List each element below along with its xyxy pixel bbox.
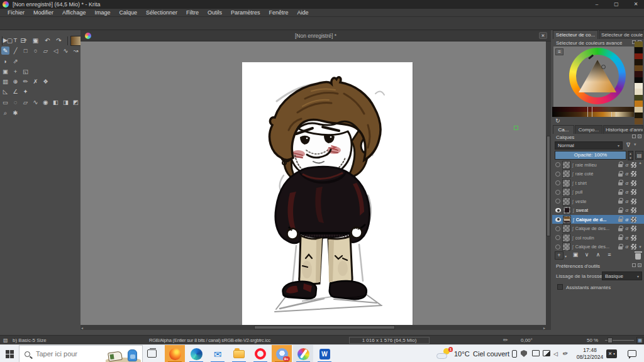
add-layer-caret[interactable]: ▾: [565, 254, 567, 258]
brush-preset-name[interactable]: b) Basic-5 Size: [13, 337, 47, 343]
brush-preset-icon[interactable]: ▧: [3, 337, 8, 343]
multibrush-tool[interactable]: ⇗: [11, 57, 19, 65]
tool-options-window-icons[interactable]: ✕: [632, 263, 641, 267]
pen-ink-icon[interactable]: ✏: [562, 349, 569, 358]
layer-thumbnail[interactable]: [562, 179, 570, 187]
shade-gradient-strip-1[interactable]: [552, 107, 634, 112]
layer-blend-mode-dropdown[interactable]: Normal ▾: [555, 141, 623, 150]
taskbar-clock[interactable]: 17:48 08/12/2024: [576, 347, 604, 361]
alpha-lock-icon[interactable]: α: [625, 162, 628, 168]
layer-visible-icon[interactable]: [555, 217, 561, 222]
pattern-edit-tool[interactable]: ✏: [21, 77, 30, 85]
weather-icon[interactable]: 1: [436, 348, 452, 359]
line-tool[interactable]: ╱: [11, 47, 19, 55]
layer-hidden-icon[interactable]: [555, 180, 560, 185]
weather-temperature[interactable]: 10°C: [454, 345, 470, 362]
canvas-page[interactable]: [242, 62, 413, 330]
maximize-button[interactable]: ▢: [608, 0, 625, 9]
dynamic-brush-tool[interactable]: ◗: [1, 57, 9, 65]
menu-fichier[interactable]: Fichier: [4, 9, 28, 17]
input-indicator-icon[interactable]: ✕ •: [606, 349, 617, 358]
lock-icon[interactable]: [618, 210, 623, 213]
measure-tool[interactable]: ∠: [11, 87, 19, 96]
taskbar-mail[interactable]: ✉: [208, 345, 228, 362]
layer-hidden-icon[interactable]: [555, 226, 560, 231]
polygon-tool[interactable]: ▱: [42, 47, 50, 55]
assistants-tool[interactable]: ◺: [1, 87, 9, 96]
select-shapes-tool[interactable]: ▶: [1, 36, 9, 44]
horizontal-scroll-thumb[interactable]: [254, 326, 395, 329]
alpha-lock-icon[interactable]: α: [625, 199, 628, 204]
layer-options-button[interactable]: ▤: [635, 151, 643, 160]
minimize-button[interactable]: –: [589, 0, 605, 9]
layer-row-raie-cote[interactable]: ʃ raie coté α: [552, 170, 644, 178]
add-layer-button[interactable]: +: [555, 251, 564, 260]
layer-opacity-spinner[interactable]: ▴▾: [628, 151, 633, 160]
taskbar-firefox[interactable]: [165, 345, 185, 362]
inherit-alpha-icon[interactable]: [631, 171, 636, 177]
lock-icon[interactable]: [618, 246, 623, 250]
layer-row-calque-de-dessin-3[interactable]: ʃ Calque de des... α: [552, 243, 644, 251]
path-select-tool[interactable]: ◨: [62, 98, 70, 106]
freehand-path-tool[interactable]: ↝: [72, 47, 80, 55]
layer-hidden-icon[interactable]: [555, 235, 560, 240]
edit-shapes-tool[interactable]: ⌖: [21, 36, 30, 44]
move-layer-up-button[interactable]: ∧: [594, 251, 602, 260]
lock-icon[interactable]: [618, 200, 623, 204]
colorize-mask-tool[interactable]: ✗: [31, 77, 40, 85]
layer-thumbnail[interactable]: [562, 224, 570, 233]
window-tray-icon[interactable]: [532, 350, 540, 356]
layer-thumbnail[interactable]: [562, 170, 570, 178]
ellipse-select-tool[interactable]: ◌: [11, 98, 19, 106]
tab-compositions[interactable]: Compo...: [575, 125, 602, 134]
taskbar-edge[interactable]: [186, 345, 206, 362]
layer-thumbnail[interactable]: [562, 197, 570, 206]
inherit-alpha-icon[interactable]: [631, 199, 636, 204]
layer-row-veste[interactable]: ʃ veste α: [552, 197, 644, 206]
menu-fenetre[interactable]: Fenêtre: [265, 9, 292, 17]
layer-scroll-up-icon[interactable]: ▲: [638, 161, 642, 165]
alpha-lock-icon[interactable]: α: [625, 207, 628, 213]
bezier-curve-tool[interactable]: ∿: [62, 47, 70, 55]
layer-hidden-icon[interactable]: [555, 162, 560, 167]
layer-hidden-icon[interactable]: [555, 172, 560, 177]
taskbar-opera[interactable]: [250, 345, 270, 362]
search-highlight-decoration[interactable]: [106, 348, 141, 362]
ellipse-tool[interactable]: ○: [31, 47, 40, 55]
tab-undo-history[interactable]: Historique d'annu...: [603, 125, 643, 134]
undo-button[interactable]: ↶: [43, 36, 52, 46]
polygon-select-tool[interactable]: ▱: [21, 98, 30, 106]
layer-row-calque-de-dessin-2[interactable]: ʃ Calque de des... α: [552, 224, 644, 233]
vertical-scroll-thumb[interactable]: [547, 136, 550, 236]
inherit-alpha-icon[interactable]: [631, 217, 636, 222]
freehand-brush-tool[interactable]: ✎: [1, 47, 9, 55]
canvas-viewport[interactable]: ◂ ▸: [80, 41, 551, 330]
toolbar-grip[interactable]: [67, 36, 69, 45]
layer-row-col-roulin[interactable]: ʃ col roulin α: [552, 233, 644, 242]
layer-hidden-icon[interactable]: [555, 190, 560, 195]
search-input[interactable]: [35, 349, 94, 358]
layer-visible-icon[interactable]: [555, 208, 561, 212]
menu-affichage[interactable]: Affichage: [58, 9, 89, 17]
inherit-alpha-icon[interactable]: [631, 207, 636, 213]
fill-tool[interactable]: ✦: [21, 87, 30, 96]
transform-tool[interactable]: ▣: [1, 67, 9, 75]
freehand-select-tool[interactable]: ∿: [31, 98, 40, 106]
zoom-tool[interactable]: ⌕: [1, 109, 9, 117]
menu-aide[interactable]: Aide: [294, 9, 313, 17]
security-shield-icon[interactable]: [521, 350, 527, 357]
phone-link-icon[interactable]: [512, 350, 517, 358]
move-layer-down-button[interactable]: ∨: [582, 251, 591, 260]
layer-opacity-slider[interactable]: Opacité: 100%: [555, 151, 626, 160]
layer-hidden-icon[interactable]: [555, 199, 560, 204]
layer-thumbnail[interactable]: [562, 161, 570, 169]
delete-layer-button[interactable]: [635, 253, 641, 260]
inherit-alpha-icon[interactable]: [631, 162, 636, 168]
magnetic-select-tool[interactable]: ◩: [72, 98, 80, 106]
gradient-tool[interactable]: ▥: [1, 77, 9, 85]
layer-row-sweat[interactable]: ʃ sweat α: [552, 206, 644, 215]
duplicate-layer-button[interactable]: ▣: [571, 251, 580, 260]
zoom-fit-button[interactable]: ▦: [636, 337, 643, 344]
redo-button[interactable]: ↷: [54, 36, 64, 46]
taskbar-explorer[interactable]: [229, 345, 249, 362]
